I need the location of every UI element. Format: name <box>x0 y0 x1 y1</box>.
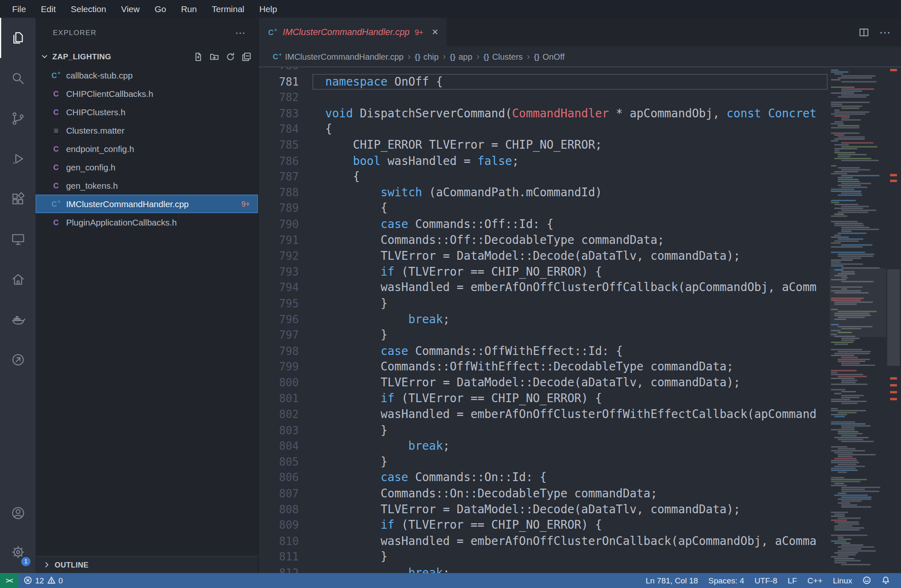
outline-section-header[interactable]: OUTLINE <box>36 556 258 573</box>
breadcrumb-item[interactable]: CIMClusterCommandHandler.cpp <box>272 52 404 61</box>
refresh-icon[interactable] <box>226 52 235 61</box>
menu-item-edit[interactable]: Edit <box>33 0 63 18</box>
folder-section-header[interactable]: ZAP_LIGHTING <box>36 47 258 66</box>
code-line-790[interactable]: 790 case Commands::Off::Id: { <box>259 216 830 232</box>
code-line-794[interactable]: 794 wasHandled = emberAfOnOffClusterOffC… <box>259 280 830 296</box>
warning-icon <box>47 576 56 585</box>
menu-item-go[interactable]: Go <box>147 0 173 18</box>
code-line-812[interactable]: 812 break; <box>259 565 830 573</box>
breadcrumb-item[interactable]: {}OnOff <box>534 52 565 61</box>
scrollbar[interactable] <box>886 67 901 573</box>
line-number: 786 <box>259 153 309 169</box>
indentation-status[interactable]: Spaces: 4 <box>703 576 749 585</box>
source-control-icon[interactable] <box>0 98 36 138</box>
code-line-788[interactable]: 788 switch (aCommandPath.mCommandId) <box>259 185 830 200</box>
editor-more-actions-icon[interactable]: ⋯ <box>879 25 891 39</box>
notifications-bell-icon[interactable] <box>876 576 895 585</box>
code-line-795[interactable]: 795 } <box>259 296 830 312</box>
remote-explorer-icon[interactable] <box>0 219 36 259</box>
split-editor-icon[interactable] <box>859 27 869 37</box>
code-line-783[interactable]: 783void DispatchServerCommand(CommandHan… <box>259 106 830 122</box>
file-row[interactable]: Cendpoint_config.h <box>36 139 258 158</box>
menu-item-run[interactable]: Run <box>173 0 204 18</box>
code-line-798[interactable]: 798 case Commands::OffWithEffect::Id: { <box>259 343 830 359</box>
code-line-804[interactable]: 804 break; <box>259 438 830 454</box>
breadcrumb-item[interactable]: {}chip <box>415 52 438 61</box>
menu-item-selection[interactable]: Selection <box>63 0 114 18</box>
problems-status[interactable]: 12 0 <box>18 573 68 588</box>
feedback-icon[interactable] <box>858 576 876 585</box>
code-line-796[interactable]: 796 break; <box>259 312 830 327</box>
file-row[interactable]: Cgen_tokens.h <box>36 176 258 195</box>
tab-close-icon[interactable]: × <box>432 26 438 38</box>
line-number: 784 <box>259 122 309 137</box>
code-editor[interactable]: 780781namespace OnOff {782783void Dispat… <box>259 67 830 573</box>
code-line-784[interactable]: 784{ <box>259 122 830 137</box>
code-line-785[interactable]: 785 CHIP_ERROR TLVError = CHIP_NO_ERROR; <box>259 137 830 153</box>
code-line-792[interactable]: 792 TLVError = DataModel::Decode(aDataTl… <box>259 248 830 264</box>
code-line-791[interactable]: 791 Commands::Off::DecodableType command… <box>259 232 830 248</box>
new-file-icon[interactable] <box>193 52 203 61</box>
code-line-802[interactable]: 802 wasHandled = emberAfOnOffClusterOffW… <box>259 407 830 423</box>
search-icon[interactable] <box>0 58 36 98</box>
code-line-789[interactable]: 789 { <box>259 200 830 216</box>
tab-active[interactable]: C IMClusterCommandHandler.cpp 9+ × <box>259 18 446 47</box>
code-line-810[interactable]: 810 wasHandled = emberAfOnOffClusterOnCa… <box>259 533 830 549</box>
cursor-position[interactable]: Ln 781, Col 18 <box>641 576 703 585</box>
extensions-icon[interactable] <box>0 179 36 219</box>
breadcrumb-separator: › <box>476 51 479 62</box>
menu-item-terminal[interactable]: Terminal <box>204 0 252 18</box>
eol-status[interactable]: LF <box>782 576 802 585</box>
code-line-807[interactable]: 807 Commands::On::DecodableType commandD… <box>259 486 830 502</box>
menu-item-file[interactable]: File <box>5 0 33 18</box>
file-row[interactable]: CCHIPClusters.h <box>36 103 258 121</box>
minimap[interactable] <box>830 67 886 573</box>
account-icon[interactable] <box>0 494 36 533</box>
file-row[interactable]: Ccallback-stub.cpp <box>36 66 258 84</box>
code-line-809[interactable]: 809 if (TLVError == CHIP_NO_ERROR) { <box>259 517 830 533</box>
run-debug-icon[interactable] <box>0 138 36 178</box>
file-row[interactable]: CCHIPClientCallbacks.h <box>36 84 258 103</box>
line-content: case Commands::On::Id: { <box>309 470 547 486</box>
code-line-787[interactable]: 787 { <box>259 169 830 185</box>
menu-item-view[interactable]: View <box>114 0 147 18</box>
explorer-icon[interactable] <box>0 18 36 58</box>
code-line-780[interactable]: 780 <box>259 67 830 74</box>
matter-file-icon: ≡ <box>51 125 61 135</box>
menu-item-help[interactable]: Help <box>252 0 285 18</box>
breadcrumb-item[interactable]: {}app <box>450 52 472 61</box>
cpp-file-icon: C <box>268 27 277 37</box>
code-line-806[interactable]: 806 case Commands::On::Id: { <box>259 470 830 486</box>
code-line-797[interactable]: 797 } <box>259 327 830 343</box>
code-line-811[interactable]: 811 } <box>259 549 830 565</box>
sidebar-more-actions-icon[interactable]: ⋯ <box>235 26 245 39</box>
new-folder-icon[interactable] <box>210 52 219 61</box>
code-line-799[interactable]: 799 Commands::OffWithEffect::DecodableTy… <box>259 359 830 375</box>
circle-arrow-icon[interactable] <box>0 340 36 380</box>
language-mode[interactable]: C++ <box>802 576 828 585</box>
remote-indicator[interactable]: >< <box>0 573 18 588</box>
settings-gear-icon[interactable]: 1 <box>0 533 36 572</box>
file-row[interactable]: CPluginApplicationCallbacks.h <box>36 213 258 231</box>
remote-os-status[interactable]: Linux <box>828 576 858 585</box>
breadcrumb-item[interactable]: {}Clusters <box>484 52 523 61</box>
encoding-status[interactable]: UTF-8 <box>749 576 782 585</box>
line-number: 810 <box>259 533 309 549</box>
code-line-793[interactable]: 793 if (TLVError == CHIP_NO_ERROR) { <box>259 264 830 280</box>
code-line-808[interactable]: 808 TLVError = DataModel::Decode(aDataTl… <box>259 502 830 517</box>
file-row[interactable]: Cgen_config.h <box>36 158 258 176</box>
code-line-801[interactable]: 801 if (TLVError == CHIP_NO_ERROR) { <box>259 391 830 407</box>
docker-icon[interactable] <box>0 299 36 339</box>
code-line-805[interactable]: 805 } <box>259 454 830 470</box>
error-icon <box>23 576 32 585</box>
scrollbar-slider[interactable] <box>887 269 900 366</box>
code-line-786[interactable]: 786 bool wasHandled = false; <box>259 153 830 169</box>
file-row[interactable]: ≡Clusters.matter <box>36 121 258 139</box>
collapse-all-icon[interactable] <box>242 52 251 61</box>
code-line-803[interactable]: 803 } <box>259 423 830 438</box>
code-line-800[interactable]: 800 TLVError = DataModel::Decode(aDataTl… <box>259 375 830 391</box>
file-row[interactable]: CIMClusterCommandHandler.cpp9+ <box>36 195 258 213</box>
code-line-781[interactable]: 781namespace OnOff { <box>259 74 830 90</box>
home-icon[interactable] <box>0 259 36 299</box>
code-line-782[interactable]: 782 <box>259 90 830 106</box>
